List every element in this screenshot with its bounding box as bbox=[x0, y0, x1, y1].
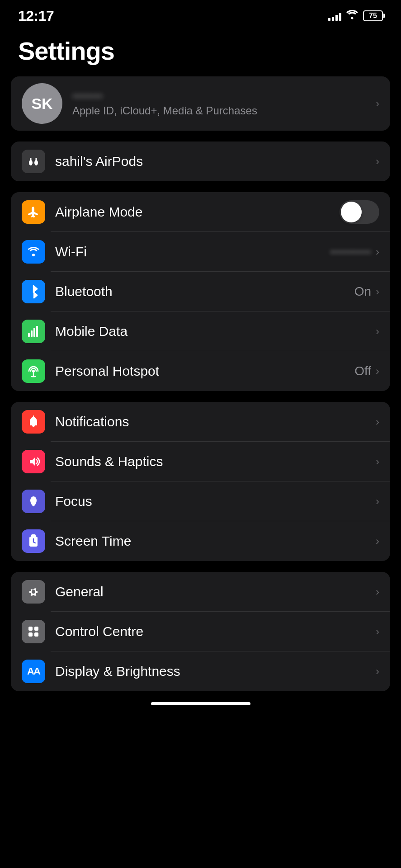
profile-row[interactable]: SK •••••••• Apple ID, iCloud+, Media & P… bbox=[11, 76, 390, 131]
personal-hotspot-label: Personal Hotspot bbox=[55, 363, 354, 379]
profile-sublabel: Apple ID, iCloud+, Media & Purchases bbox=[72, 104, 376, 117]
control-centre-icon bbox=[22, 620, 45, 643]
wifi-row[interactable]: Wi-Fi •••••••••• › bbox=[11, 232, 390, 272]
general-label: General bbox=[55, 584, 376, 599]
chevron-icon: › bbox=[376, 495, 379, 508]
airplane-mode-toggle[interactable] bbox=[340, 200, 379, 224]
control-centre-row[interactable]: Control Centre › bbox=[11, 612, 390, 651]
airplane-mode-row[interactable]: Airplane Mode bbox=[11, 192, 390, 232]
chevron-icon: › bbox=[376, 665, 379, 678]
general-icon bbox=[22, 580, 45, 604]
chevron-icon: › bbox=[376, 155, 379, 168]
chevron-icon: › bbox=[376, 625, 379, 638]
general-section: General › Control Centre › AA Display & bbox=[11, 572, 390, 691]
svg-rect-17 bbox=[28, 627, 33, 631]
chevron-icon: › bbox=[376, 245, 379, 258]
chevron-icon: › bbox=[376, 97, 379, 110]
display-brightness-label: Display & Brightness bbox=[55, 664, 376, 679]
home-indicator bbox=[151, 702, 250, 705]
sounds-haptics-icon bbox=[22, 450, 45, 473]
notifications-row[interactable]: Notifications › bbox=[11, 402, 390, 442]
airplane-mode-icon bbox=[22, 200, 45, 224]
profile-text: •••••••• Apple ID, iCloud+, Media & Purc… bbox=[72, 90, 376, 117]
battery-indicator: 75 bbox=[363, 10, 383, 21]
signal-icon bbox=[328, 11, 341, 21]
svg-rect-13 bbox=[33, 415, 34, 417]
avatar: SK bbox=[22, 83, 62, 124]
notifications-section: Notifications › Sounds & Haptics › bbox=[11, 402, 390, 561]
bluetooth-icon bbox=[22, 280, 45, 303]
svg-marker-14 bbox=[30, 457, 35, 466]
sounds-haptics-label: Sounds & Haptics bbox=[55, 454, 376, 469]
screen-time-row[interactable]: Screen Time › bbox=[11, 521, 390, 561]
profile-name-blurred: •••••••• bbox=[72, 90, 376, 103]
chevron-icon: › bbox=[376, 415, 379, 428]
screen-time-icon bbox=[22, 529, 45, 553]
chevron-icon: › bbox=[376, 325, 379, 338]
svg-rect-7 bbox=[31, 330, 33, 337]
svg-rect-9 bbox=[36, 326, 38, 337]
chevron-icon: › bbox=[376, 285, 379, 298]
personal-hotspot-icon bbox=[22, 359, 45, 383]
mobile-data-label: Mobile Data bbox=[55, 324, 376, 339]
notifications-icon bbox=[22, 410, 45, 434]
airpods-chevron: › bbox=[376, 155, 379, 168]
svg-rect-19 bbox=[28, 632, 33, 637]
chevron-icon: › bbox=[376, 455, 379, 468]
bluetooth-label: Bluetooth bbox=[55, 284, 354, 299]
chevron-icon: › bbox=[376, 585, 379, 598]
notifications-label: Notifications bbox=[55, 414, 376, 429]
airpods-label: sahil's AirPods bbox=[55, 154, 376, 169]
wifi-settings-icon bbox=[22, 240, 45, 264]
display-brightness-row[interactable]: AA Display & Brightness › bbox=[11, 651, 390, 691]
chevron-icon: › bbox=[376, 535, 379, 547]
focus-row[interactable]: Focus › bbox=[11, 481, 390, 521]
svg-rect-8 bbox=[33, 328, 35, 337]
status-icons: 75 bbox=[328, 9, 383, 22]
airpods-row[interactable]: sahil's AirPods › bbox=[11, 142, 390, 181]
svg-rect-18 bbox=[34, 627, 38, 631]
airpods-icon bbox=[22, 150, 45, 173]
mobile-data-row[interactable]: Mobile Data › bbox=[11, 311, 390, 351]
general-row[interactable]: General › bbox=[11, 572, 390, 612]
chevron-icon: › bbox=[376, 365, 379, 377]
svg-rect-6 bbox=[28, 333, 30, 337]
display-brightness-icon: AA bbox=[22, 660, 45, 683]
svg-rect-3 bbox=[36, 158, 37, 161]
airpods-text: sahil's AirPods bbox=[55, 154, 376, 169]
profile-section: SK •••••••• Apple ID, iCloud+, Media & P… bbox=[11, 76, 390, 131]
svg-point-15 bbox=[32, 499, 35, 502]
airplane-mode-label: Airplane Mode bbox=[55, 204, 340, 220]
personal-hotspot-row[interactable]: Personal Hotspot Off › bbox=[11, 351, 390, 391]
focus-icon bbox=[22, 490, 45, 513]
personal-hotspot-value: Off bbox=[354, 364, 371, 378]
bluetooth-row[interactable]: Bluetooth On › bbox=[11, 272, 390, 311]
bluetooth-value: On bbox=[354, 284, 371, 299]
page-title: Settings bbox=[0, 27, 401, 76]
wifi-value-blurred: •••••••••• bbox=[330, 245, 371, 259]
airpods-section: sahil's AirPods › bbox=[11, 142, 390, 181]
svg-rect-1 bbox=[30, 158, 32, 161]
sounds-haptics-row[interactable]: Sounds & Haptics › bbox=[11, 442, 390, 481]
connectivity-section: Airplane Mode Wi-Fi •••••••••• › bbox=[11, 192, 390, 391]
profile-chevron: › bbox=[376, 97, 379, 110]
control-centre-label: Control Centre bbox=[55, 624, 376, 639]
status-time: 12:17 bbox=[18, 8, 54, 24]
svg-rect-20 bbox=[34, 632, 38, 637]
focus-label: Focus bbox=[55, 494, 376, 509]
status-bar: 12:17 75 bbox=[0, 0, 401, 27]
mobile-data-icon bbox=[22, 320, 45, 343]
wifi-label: Wi-Fi bbox=[55, 244, 330, 259]
screen-time-label: Screen Time bbox=[55, 533, 376, 549]
wifi-icon bbox=[346, 9, 359, 22]
